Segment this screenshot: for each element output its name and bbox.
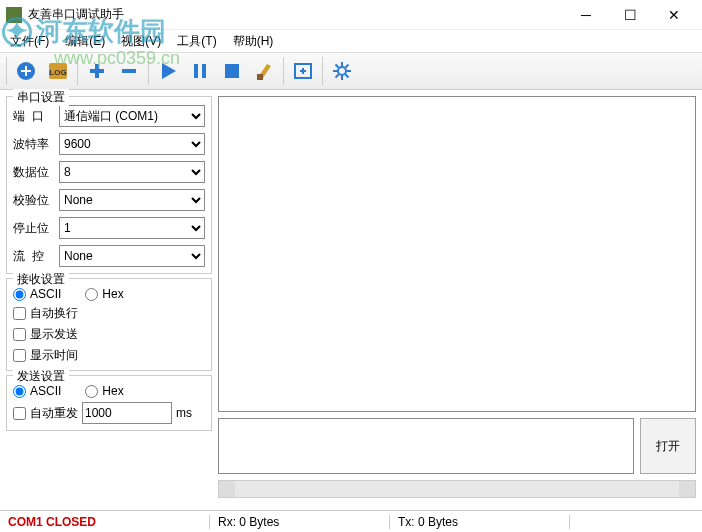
autoresend-check[interactable]: 自动重发 <box>13 405 78 422</box>
stop-icon[interactable] <box>217 56 247 86</box>
send-legend: 发送设置 <box>13 368 69 385</box>
status-rx: Rx: 0 Bytes <box>210 515 390 529</box>
stopbits-label: 停止位 <box>13 220 55 237</box>
play-icon[interactable] <box>153 56 183 86</box>
close-button[interactable]: ✕ <box>652 1 696 29</box>
maximize-button[interactable]: ☐ <box>608 1 652 29</box>
databits-select[interactable]: 8 <box>59 161 205 183</box>
status-port: COM1 CLOSED <box>0 515 210 529</box>
svg-rect-3 <box>194 64 198 78</box>
baud-label: 波特率 <box>13 136 55 153</box>
port-label: 端 口 <box>13 108 55 125</box>
svg-text:LOG: LOG <box>49 68 66 77</box>
send-textarea[interactable] <box>218 418 634 474</box>
svg-rect-5 <box>225 64 239 78</box>
receive-textarea[interactable] <box>218 96 696 412</box>
minimize-button[interactable]: ─ <box>564 1 608 29</box>
menu-edit[interactable]: 编辑(E) <box>59 31 111 52</box>
serial-settings-group: 串口设置 端 口通信端口 (COM1) 波特率9600 数据位8 校验位None… <box>6 96 212 274</box>
send-hex-radio[interactable]: Hex <box>85 384 123 398</box>
svg-rect-4 <box>202 64 206 78</box>
app-icon <box>6 7 22 23</box>
toolbar: LOG <box>0 52 702 90</box>
interval-input[interactable] <box>82 402 172 424</box>
recv-settings-group: 接收设置 ASCII Hex 自动换行 显示发送 显示时间 <box>6 278 212 371</box>
status-bar: COM1 CLOSED Rx: 0 Bytes Tx: 0 Bytes <box>0 510 702 532</box>
right-panel: 打开 <box>218 96 696 498</box>
stopbits-select[interactable]: 1 <box>59 217 205 239</box>
databits-label: 数据位 <box>13 164 55 181</box>
title-bar: 友善串口调试助手 ─ ☐ ✕ <box>0 0 702 30</box>
flow-select[interactable]: None <box>59 245 205 267</box>
minus-icon[interactable] <box>114 56 144 86</box>
window-title: 友善串口调试助手 <box>28 6 564 23</box>
showsend-check[interactable]: 显示发送 <box>13 326 205 343</box>
clear-icon[interactable] <box>249 56 279 86</box>
menu-help[interactable]: 帮助(H) <box>227 31 280 52</box>
left-panel: 串口设置 端 口通信端口 (COM1) 波特率9600 数据位8 校验位None… <box>6 96 212 498</box>
ms-label: ms <box>176 406 192 420</box>
log-icon[interactable]: LOG <box>43 56 73 86</box>
open-button[interactable]: 打开 <box>640 418 696 474</box>
showtime-check[interactable]: 显示时间 <box>13 347 205 364</box>
status-tx: Tx: 0 Bytes <box>390 515 570 529</box>
recv-hex-radio[interactable]: Hex <box>85 287 123 301</box>
svg-rect-6 <box>257 74 263 80</box>
parity-label: 校验位 <box>13 192 55 209</box>
parity-select[interactable]: None <box>59 189 205 211</box>
send-ascii-radio[interactable]: ASCII <box>13 384 61 398</box>
flow-label: 流 控 <box>13 248 55 265</box>
menu-file[interactable]: 文件(F) <box>4 31 55 52</box>
menu-tools[interactable]: 工具(T) <box>171 31 222 52</box>
menu-view[interactable]: 视图(V) <box>115 31 167 52</box>
serial-legend: 串口设置 <box>13 89 69 106</box>
port-select[interactable]: 通信端口 (COM1) <box>59 105 205 127</box>
plus-icon[interactable] <box>82 56 112 86</box>
recv-ascii-radio[interactable]: ASCII <box>13 287 61 301</box>
main-area: 串口设置 端 口通信端口 (COM1) 波特率9600 数据位8 校验位None… <box>0 90 702 504</box>
horizontal-scrollbar[interactable] <box>218 480 696 498</box>
new-connection-icon[interactable] <box>11 56 41 86</box>
settings-gear-icon[interactable] <box>327 56 357 86</box>
recv-legend: 接收设置 <box>13 271 69 288</box>
pause-icon[interactable] <box>185 56 215 86</box>
autowrap-check[interactable]: 自动换行 <box>13 305 205 322</box>
menu-bar: 文件(F) 编辑(E) 视图(V) 工具(T) 帮助(H) <box>0 30 702 52</box>
svg-point-8 <box>338 67 346 75</box>
send-settings-group: 发送设置 ASCII Hex 自动重发 ms <box>6 375 212 431</box>
window-plus-icon[interactable] <box>288 56 318 86</box>
baud-select[interactable]: 9600 <box>59 133 205 155</box>
